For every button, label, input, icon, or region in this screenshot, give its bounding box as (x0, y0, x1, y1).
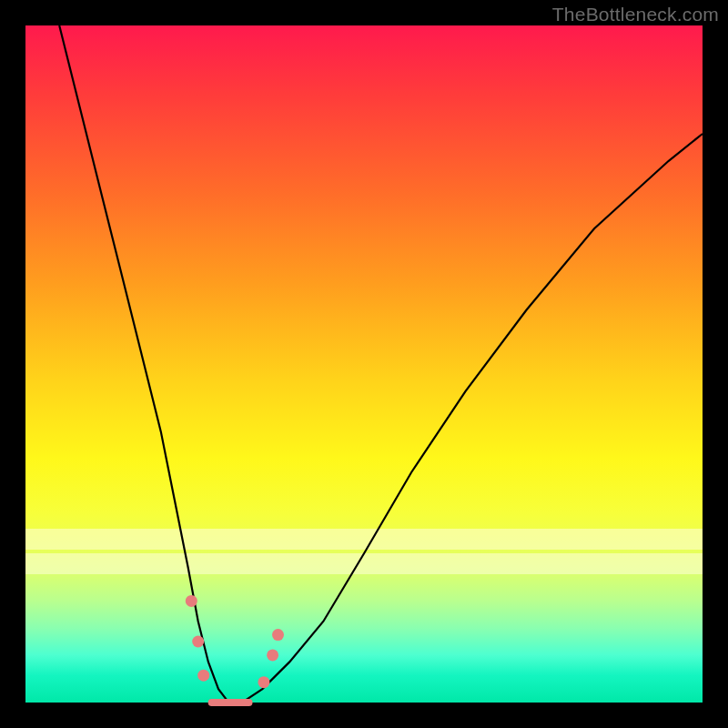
markers-group (186, 595, 284, 688)
marker-point (267, 649, 278, 661)
marker-point (258, 676, 269, 688)
watermark-text: TheBottleneck.com (552, 4, 719, 25)
marker-point (197, 670, 209, 682)
chart-svg (25, 25, 703, 703)
marker-point (272, 629, 284, 641)
marker-point (186, 595, 197, 607)
bottleneck-curve (59, 25, 703, 703)
frame: TheBottleneck.com (0, 0, 728, 728)
marker-point (192, 636, 204, 648)
